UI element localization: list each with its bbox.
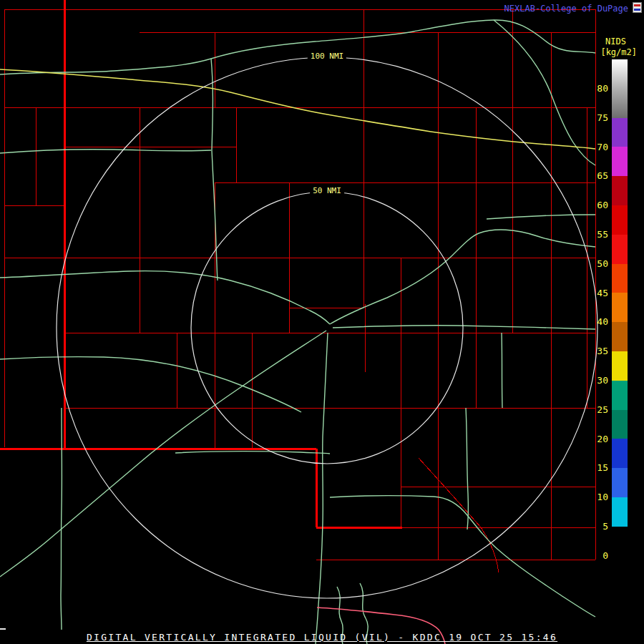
colorbar-segment — [612, 89, 628, 118]
range-ring — [191, 192, 463, 464]
colorbar-segment — [612, 176, 628, 205]
colorbar-segment — [612, 439, 628, 468]
map-line — [0, 150, 211, 153]
map-line — [0, 331, 326, 577]
colorbar-tick-label: 40 — [597, 316, 608, 328]
colorbar-tick-label: 20 — [597, 434, 608, 445]
map-line — [487, 215, 595, 219]
colorbar-tick-label: 35 — [597, 346, 608, 357]
map-line — [502, 333, 502, 408]
colorbar-tick-label: 65 — [597, 170, 608, 182]
map-line — [316, 333, 328, 644]
road-lines — [0, 20, 595, 644]
range-ring-label: 100 NMI — [308, 52, 346, 61]
colorbar-segment — [612, 293, 628, 322]
county-lines — [4, 9, 595, 572]
colorbar-tick-label: 5 — [602, 521, 608, 532]
colorbar-tick-label: 15 — [597, 462, 608, 474]
colorbar-segment — [612, 264, 628, 293]
product-title: DIGITAL VERTICALLY INTEGRATED LIQUID (VI… — [0, 632, 644, 643]
colorbar-tick-label: 55 — [597, 229, 608, 240]
range-rings — [57, 57, 597, 598]
attribution-text: NEXLAB-College of DuPage — [504, 4, 628, 14]
colorbar-tick-label: 25 — [597, 404, 608, 416]
radar-map — [0, 0, 644, 644]
colorbar-tick-label: 75 — [597, 112, 608, 124]
map-line — [419, 458, 499, 572]
county-lines-bold — [0, 0, 402, 527]
colorbar-tick-label: 60 — [597, 200, 608, 211]
colorbar-segment — [612, 351, 628, 381]
colorbar-tick-label: 10 — [597, 492, 608, 503]
map-line — [0, 20, 595, 74]
highway-lines — [0, 69, 595, 149]
cod-logo-icon — [633, 2, 642, 13]
colorbar-tick-label: 30 — [597, 375, 608, 386]
colorbar-segment — [612, 410, 628, 439]
colorbar-segment — [612, 235, 628, 264]
map-line — [333, 326, 595, 329]
colorbar-segment — [612, 118, 628, 147]
edge-artifact — [0, 628, 6, 630]
map-line — [0, 271, 330, 324]
colorbar-segment — [612, 205, 628, 235]
logo-red-stripe — [634, 4, 640, 6]
map-line — [175, 452, 330, 454]
colorbar-segment — [612, 147, 628, 176]
colorbar-segment — [612, 468, 628, 497]
map-line — [0, 357, 301, 412]
range-ring-label: 50 NMI — [310, 186, 344, 195]
map-line — [330, 496, 595, 617]
colorbar — [612, 59, 628, 556]
map-line — [330, 230, 595, 324]
colorbar-tick-label: 45 — [597, 288, 608, 299]
colorbar-segment — [612, 381, 628, 410]
map-line — [494, 20, 595, 165]
colorbar-segment — [612, 59, 628, 89]
map-line — [61, 408, 62, 630]
colorbar-tick-label: 0 — [602, 550, 608, 562]
colorbar-tick-label: 50 — [597, 258, 608, 270]
colorbar-title: NIDS — [605, 36, 626, 47]
map-line — [0, 69, 595, 149]
colorbar-units: [kg/m2] — [600, 47, 637, 57]
colorbar-segment — [612, 322, 628, 351]
colorbar-segment — [612, 527, 628, 556]
colorbar-tick-label: 80 — [597, 83, 608, 94]
range-ring — [57, 57, 597, 598]
logo-blue-stripe — [634, 9, 640, 11]
colorbar-tick-label: 70 — [597, 142, 608, 153]
colorbar-segment — [612, 497, 628, 527]
